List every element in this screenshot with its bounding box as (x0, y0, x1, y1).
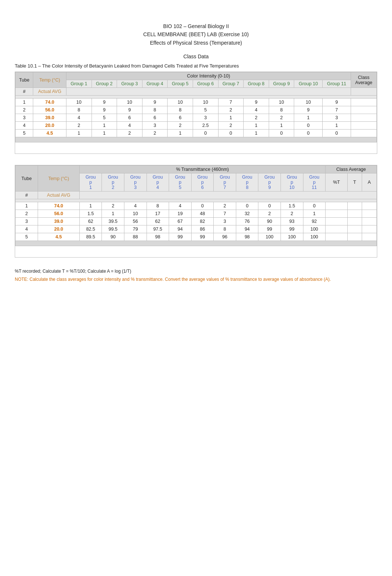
table1-group6-cell: 0 (193, 130, 218, 137)
table1-classavg-cell (351, 122, 376, 130)
table2-group11-cell: 0 (303, 202, 326, 210)
table1-group11-cell: 1 (323, 122, 351, 130)
table2-group9-header: Group9 (258, 173, 281, 192)
table1-group9-header: Group 9 (269, 80, 294, 88)
table2-group10-header: Group10 (281, 173, 303, 192)
table2-group9-cell: 90 (258, 218, 281, 225)
table1-group2-cell: 5 (92, 114, 117, 122)
table1-temp-cell: 20.0 (33, 122, 66, 130)
table2-t-header: T (347, 173, 362, 192)
table2-t-cell (347, 202, 362, 210)
table2-group5-cell: 19 (169, 210, 192, 218)
table2-group6-cell: 48 (191, 210, 214, 218)
table2-a-cell (362, 202, 376, 210)
table1-group2-cell: 1 (92, 122, 117, 130)
note-text: NOTE: Calculate the class averages for c… (15, 277, 377, 282)
table2-group-spacer (79, 192, 376, 199)
table2-group2-cell: 90 (102, 233, 124, 241)
table1-tube-cell: 4 (16, 122, 33, 130)
table2-group1-cell: 62 (79, 218, 102, 225)
table2-temp-cell: 20.0 (38, 225, 79, 233)
table2-group5-cell: 4 (169, 202, 192, 210)
table1-group3-cell: 10 (117, 99, 142, 106)
table2-group4-cell: 8 (147, 202, 169, 210)
table2-group2-header: Group2 (102, 173, 124, 192)
table2-group7-cell: 96 (214, 233, 236, 241)
table2-group7-cell: 3 (214, 218, 236, 225)
table2-group3-cell: 4 (124, 202, 147, 210)
table2-col-transmittance: % Transmittance (460nm) (79, 166, 325, 173)
table2-temp-cell: 56.0 (38, 210, 79, 218)
table1-group3-cell: 2 (117, 130, 142, 137)
table1-group5-cell: 10 (168, 99, 193, 106)
table2-group10-cell: 1.5 (281, 202, 303, 210)
table2-group1-cell: 82.5 (79, 225, 102, 233)
table1-body: 174.010910910107910109256.08998852489733… (16, 96, 377, 137)
table1-tube-cell: 3 (16, 114, 33, 122)
table1-group6-cell: 3 (193, 114, 218, 122)
table2-tube-cell: 3 (16, 218, 38, 225)
table2-t-cell (347, 210, 362, 218)
table1-group8-cell: 2 (244, 114, 269, 122)
table2-group10-cell: 93 (281, 218, 303, 225)
table2-group11-header: Group11 (303, 173, 326, 192)
table2-group6-cell: 99 (191, 233, 214, 241)
table2-a-cell (362, 218, 376, 225)
table2-group9-cell: 99 (258, 225, 281, 233)
table2-group3-cell: 79 (124, 225, 147, 233)
table2-%t-cell (326, 202, 348, 210)
table2-actual-avg-label: Actual AVG (38, 192, 79, 199)
table1-group6-cell: 5 (193, 106, 218, 114)
table2-a-header: A (362, 173, 376, 192)
table1-group1-header: Group 1 (66, 80, 92, 88)
table1-group9-cell: 0 (269, 130, 294, 137)
table1-group6-header: Group 6 (193, 80, 218, 88)
table2-tube-cell: 4 (16, 225, 38, 233)
table1-group3-cell: 9 (117, 106, 142, 114)
table2-temp-cell: 4.5 (38, 233, 79, 241)
table2-group7-cell: 8 (214, 225, 236, 233)
table2-group6-cell: 86 (191, 225, 214, 233)
page-title: BIO 102 – General Biology II CELL MEMBRA… (15, 22, 377, 47)
table2-data-row: 256.01.5110171948732221 (16, 210, 377, 218)
table2: Tube Temp (°C) % Transmittance (460nm) C… (15, 165, 377, 246)
table2-group11-cell: 1 (303, 210, 326, 218)
table1-data-row: 256.089988524897 (16, 106, 377, 114)
table2-empty-row (16, 199, 377, 202)
table1-group3-header: Group 3 (117, 80, 142, 88)
table2-group10-cell: 2 (281, 210, 303, 218)
table1-data-row: 420.0214322.521101 (16, 122, 377, 130)
table1-group4-cell: 2 (142, 130, 168, 137)
table1-group3-cell: 6 (117, 114, 142, 122)
table1-group8-cell: 9 (244, 99, 269, 106)
table2-%t-cell (326, 218, 348, 225)
table1-group9-cell: 10 (269, 99, 294, 106)
table2-group11-cell: 100 (303, 225, 326, 233)
table1-col-classavg: ClassAverage (351, 72, 376, 88)
table2-group8-cell: 32 (236, 210, 258, 218)
formula-text: %T recorded; Calculate T = %T/100; Calcu… (15, 269, 377, 274)
table1-group1-cell: 1 (66, 130, 92, 137)
table2-group8-header: Group8 (236, 173, 258, 192)
table2-group4-cell: 97.5 (147, 225, 169, 233)
table2-group8-cell: 94 (236, 225, 258, 233)
table1-header-row: Tube Temp (°C) Color Intensity (0-10) Cl… (16, 72, 377, 80)
table2-group5-cell: 99 (169, 233, 192, 241)
table1-group4-cell: 9 (142, 99, 168, 106)
table2-group4-cell: 17 (147, 210, 169, 218)
table2-t-cell (347, 218, 362, 225)
table1-group5-cell: 6 (168, 114, 193, 122)
table2-a-cell (362, 225, 376, 233)
table2-t-cell (347, 225, 362, 233)
table2-%t-cell (326, 225, 348, 233)
table2-group6-cell: 82 (191, 218, 214, 225)
table2-col-classavg: Class Average (326, 166, 377, 173)
table1-group7-cell: 2 (218, 122, 244, 130)
table1-group10-cell: 0 (294, 130, 323, 137)
table1-group9-cell: 8 (269, 106, 294, 114)
table2-avglabel-row: # Actual AVG (16, 192, 377, 199)
table2-footer-row (16, 241, 377, 246)
table1-group2-cell: 9 (92, 99, 117, 106)
table2-group1-header: Group1 (79, 173, 102, 192)
table1-group1-cell: 4 (66, 114, 92, 122)
